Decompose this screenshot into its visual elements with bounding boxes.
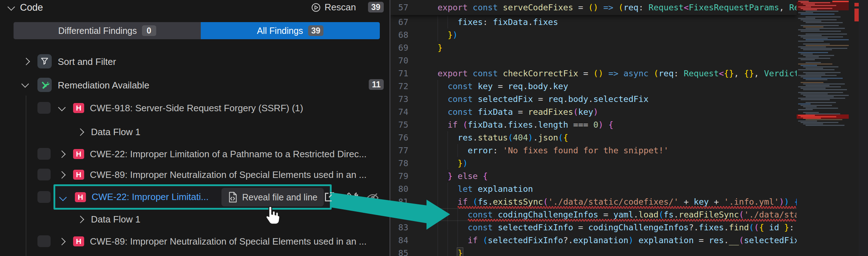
code-token: body	[568, 94, 588, 104]
code-token: fixData	[493, 17, 528, 27]
sort-and-filter-label[interactable]: Sort and Filter	[58, 56, 116, 67]
severity-badge-high: H	[73, 149, 84, 159]
code-line[interactable]: 74 const fixData = readFixes(key)	[390, 106, 797, 118]
code-line[interactable]: 72 const key = req.body.key	[390, 80, 797, 93]
code-token: (	[558, 133, 563, 143]
finding-checkbox[interactable]	[37, 102, 51, 114]
code-line[interactable]: 85 }	[390, 247, 797, 256]
sticky-code-line[interactable]: 57export const serveCodeFixes = () => (r…	[390, 1, 797, 14]
code-line[interactable]: 71export const checkCorrectFix = () => a…	[390, 67, 797, 80]
minimap-line	[806, 73, 825, 75]
code-token: const	[473, 68, 498, 78]
code-text: const selectedFixInfo = codingChallengeI…	[438, 221, 797, 234]
chevron-right-icon[interactable]	[58, 150, 66, 158]
finding-label[interactable]: CWE-22: Improper Limitati...	[92, 191, 209, 203]
code-token: body	[528, 81, 548, 91]
minimap-line	[798, 12, 813, 13]
chevron-right-icon[interactable]	[77, 128, 84, 136]
code-token: export	[438, 68, 468, 78]
code-text: fixes: fixData.fixes	[438, 16, 558, 29]
minimap-line	[798, 41, 824, 42]
code-token	[438, 81, 448, 91]
open-external-icon[interactable]	[323, 191, 336, 203]
minimap-line	[798, 29, 820, 30]
code-token: .	[503, 120, 508, 130]
tab-differential-findings[interactable]: Differential Findings 0	[14, 22, 201, 39]
code-token: =	[573, 222, 588, 232]
code-line[interactable]: 67 fixes: fixData.fixes	[390, 16, 797, 29]
code-token: (	[754, 222, 759, 232]
code-line[interactable]: 79 } else {	[390, 170, 797, 183]
code-line[interactable]: 70	[390, 54, 797, 67]
code-token: .	[523, 81, 528, 91]
code-token	[438, 145, 468, 155]
findings-count-badge: 39	[368, 2, 384, 12]
hide-eye-off-icon[interactable]	[366, 191, 379, 204]
minimap-line	[803, 38, 828, 39]
code-token: :	[674, 68, 684, 78]
finding-row[interactable]: HCWE-89: Improper Neutralization of Spec…	[0, 168, 389, 182]
code-token: selectedFixInfo	[744, 235, 797, 245]
finding-checkbox[interactable]	[37, 148, 51, 160]
line-number: 80	[390, 183, 408, 195]
minimap-line	[801, 122, 838, 123]
scrollbar-track[interactable]	[859, 0, 868, 256]
chevron-down-icon[interactable]	[7, 3, 15, 11]
code-line[interactable]: 75 if (fixData.fixes.length === 0) {	[390, 118, 797, 131]
code-token: length	[538, 120, 568, 130]
rescan-button[interactable]: Rescan	[311, 2, 356, 13]
minimap[interactable]	[797, 0, 849, 256]
overview-ruler[interactable]	[849, 0, 859, 256]
code-token	[438, 197, 458, 207]
code-token: {}	[744, 68, 754, 78]
finding-row[interactable]: HCWE-918: Server-Side Request Forgery (S…	[0, 101, 389, 115]
reveal-file-and-line-button[interactable]: Reveal file and line	[221, 188, 324, 206]
code-token: {	[483, 171, 488, 181]
finding-checkbox[interactable]	[37, 235, 51, 247]
code-text: } else {	[438, 170, 488, 183]
code-line[interactable]: 83 const selectedFixInfo = codingChallen…	[390, 221, 797, 234]
remediation-available-label[interactable]: Remediation Available	[58, 80, 149, 91]
remediate-wrench-icon[interactable]	[345, 191, 358, 204]
code-token: {	[563, 133, 568, 143]
tab-all-findings[interactable]: All Findings 39	[201, 22, 380, 39]
code-token: ?.	[689, 222, 699, 232]
minimap-line	[801, 105, 832, 106]
code-line[interactable]: 80 let explanation	[390, 183, 797, 195]
code-token	[473, 81, 478, 91]
sticky-scroll-line[interactable]: 57export const serveCodeFixes = () => (r…	[390, 0, 797, 15]
chevron-down-icon[interactable]	[58, 104, 66, 111]
chevron-down-icon[interactable]	[21, 80, 29, 88]
code-token: =	[573, 2, 588, 12]
code-line[interactable]: 84 if (selectedFixInfo?.explanation) exp…	[390, 234, 797, 247]
code-token: Request	[684, 68, 719, 78]
minimap-line	[801, 36, 843, 37]
code-token: selectedFix	[593, 94, 649, 104]
chevron-right-icon[interactable]	[58, 238, 66, 245]
finding-checkbox[interactable]	[37, 169, 51, 180]
code-editor[interactable]: 67 fixes: fixData.fixes68 })69}7071expor…	[390, 0, 868, 256]
code-line[interactable]: 68 })	[390, 29, 797, 41]
finding-row[interactable]: HCWE-22: Improper Limitation of a Pathna…	[0, 147, 389, 161]
code-line[interactable]: 73 const selectedFix = req.body.selected…	[390, 93, 797, 106]
minimap-line	[803, 21, 821, 22]
data-flow-row[interactable]: Data Flow 1	[0, 125, 389, 139]
code-text: if (selectedFixInfo?.explanation) explan…	[438, 234, 797, 247]
data-flow-row[interactable]: Data Flow 1	[0, 212, 389, 226]
code-token: (	[483, 235, 488, 245]
code-line[interactable]: 76 res.status(404).json({	[390, 131, 797, 144]
code-line[interactable]: 78 })	[390, 157, 797, 170]
chevron-right-icon[interactable]	[22, 58, 30, 65]
finding-row[interactable]: HCWE-89: Improper Neutralization of Spec…	[0, 234, 389, 249]
code-line[interactable]: 69}	[390, 41, 797, 54]
finding-checkbox[interactable]	[37, 191, 51, 203]
line-number: 68	[390, 29, 408, 41]
chevron-right-icon[interactable]	[58, 171, 66, 179]
chevron-right-icon[interactable]	[77, 216, 84, 223]
selected-finding-row[interactable]: H CWE-22: Improper Limitati... Reveal fi…	[53, 184, 332, 210]
code-line[interactable]: 77 error: 'No fixes found for the snippe…	[390, 144, 797, 157]
minimap-line	[798, 18, 815, 19]
minimap-line	[801, 25, 839, 26]
code-token: ,	[754, 68, 764, 78]
chevron-down-icon[interactable]	[59, 194, 67, 201]
